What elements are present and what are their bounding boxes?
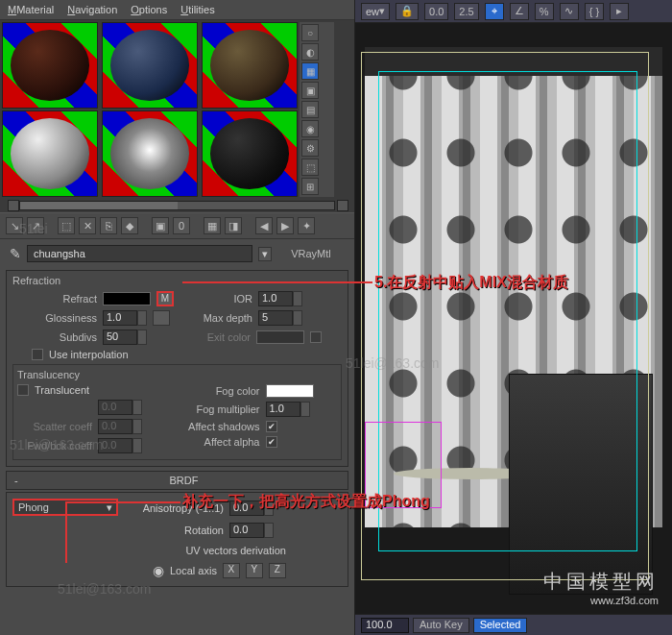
pick-icon[interactable]: ✦ xyxy=(298,217,315,234)
rotation-input[interactable]: 0.0 xyxy=(229,523,264,538)
percent-snap-icon[interactable]: % xyxy=(535,3,554,20)
assign-icon[interactable]: ⬚ xyxy=(58,217,75,234)
swatch-6[interactable] xyxy=(202,110,298,197)
material-editor-panel: MMaterial Navigation Options Utilities ○… xyxy=(0,0,355,635)
collapse-icon[interactable]: - xyxy=(14,475,28,486)
swatch-3[interactable] xyxy=(202,22,298,109)
fwdbck-input: 0.0 xyxy=(98,438,132,453)
maxdepth-input[interactable]: 5 xyxy=(258,310,293,326)
show-end-icon[interactable]: ◨ xyxy=(225,217,242,234)
scroll-left-icon[interactable] xyxy=(8,200,19,211)
selected-button[interactable]: Selected xyxy=(473,618,528,633)
preview-icon[interactable]: ◉ xyxy=(301,120,319,137)
put-to-scene-icon[interactable]: ↗ xyxy=(27,217,44,234)
refract-color[interactable] xyxy=(103,292,151,305)
radio-icon[interactable]: ◉ xyxy=(153,563,164,578)
swatch-vscroll[interactable] xyxy=(321,22,334,197)
viewport-toolbar: ew ▾ 🔒 0.0 2.5 ⌖ ∠ % ∿ { } ▸ xyxy=(355,0,672,23)
swatch-5[interactable] xyxy=(102,110,198,197)
reset-icon[interactable]: ✕ xyxy=(79,217,96,234)
glossiness-label: Glossiness xyxy=(12,312,97,324)
brdf-title: BRDF xyxy=(28,475,340,486)
translucent-check[interactable] xyxy=(17,384,29,396)
material-swatches: ○ ◐ ▦ ▣ ▤ ◉ ⚙ ⬚ ⊞ xyxy=(0,20,354,199)
arrow-right-icon[interactable]: ▸ xyxy=(610,3,629,20)
fwdbck-label: Fwd/bck coeff xyxy=(17,440,92,452)
fogcolor-label: Fog color xyxy=(183,385,260,397)
frame-input[interactable]: 100.0 xyxy=(361,618,409,633)
menu-options[interactable]: Options xyxy=(131,4,167,15)
go-parent-icon[interactable]: ◀ xyxy=(255,217,273,234)
exitcolor-check[interactable] xyxy=(310,331,322,343)
sample-type-icon[interactable]: ○ xyxy=(301,24,319,41)
grid-icon[interactable]: ⊞ xyxy=(301,178,319,195)
menu-material[interactable]: MMaterial xyxy=(8,4,54,15)
affectshadows-check[interactable] xyxy=(266,421,277,432)
fogcolor-swatch[interactable] xyxy=(266,384,314,398)
get-material-icon[interactable]: ↘ xyxy=(6,217,23,234)
localaxis-label: Local axis xyxy=(170,565,217,576)
ior-input[interactable]: 1.0 xyxy=(258,291,293,306)
axis-y-button[interactable]: Y xyxy=(246,563,263,578)
options-icon[interactable]: ⚙ xyxy=(301,139,319,157)
lock-icon[interactable]: 🔒 xyxy=(396,3,419,20)
glossiness-spinner[interactable] xyxy=(137,310,147,326)
snap-toggle-icon[interactable]: ⌖ xyxy=(485,3,504,20)
swatch-4[interactable] xyxy=(2,110,98,197)
swatch-1[interactable] xyxy=(2,22,98,109)
fogmult-spinner[interactable] xyxy=(300,402,310,417)
angle-snap-icon[interactable]: ∠ xyxy=(510,3,529,20)
pick-material-icon[interactable]: ✎ xyxy=(10,246,21,261)
translucent-label: Translucent xyxy=(35,384,89,396)
backlight-icon[interactable]: ◐ xyxy=(301,43,319,61)
exitcolor-swatch xyxy=(256,330,304,344)
rotation-spinner[interactable] xyxy=(264,523,274,538)
go-forward-icon[interactable]: ▶ xyxy=(276,217,294,234)
swatch-hscroll[interactable] xyxy=(0,199,354,212)
curve-icon[interactable]: ∿ xyxy=(560,3,579,20)
subdivs-input[interactable]: 50 xyxy=(103,330,137,345)
video-check-icon[interactable]: ▤ xyxy=(301,101,319,118)
select-by-mat-icon[interactable]: ⬚ xyxy=(301,159,319,176)
maxdepth-spinner[interactable] xyxy=(293,310,302,326)
material-id-icon[interactable]: 0 xyxy=(173,217,190,234)
background-icon[interactable]: ▦ xyxy=(301,62,319,80)
material-name-row: ✎ chuangsha ▾ VRayMtl xyxy=(0,239,354,268)
copy-icon[interactable]: ⎘ xyxy=(100,217,117,234)
autokey-button[interactable]: Auto Key xyxy=(413,618,469,633)
glossiness-input[interactable]: 1.0 xyxy=(103,310,137,326)
fogmult-input[interactable]: 1.0 xyxy=(266,402,300,417)
brackets-icon[interactable]: { } xyxy=(585,3,604,20)
snap-val[interactable]: 2.5 xyxy=(454,3,478,20)
axis-z-button[interactable]: Z xyxy=(269,563,286,578)
brdf-rollout-header[interactable]: - BRDF xyxy=(6,471,348,490)
make-unique-icon[interactable]: ◆ xyxy=(121,217,138,234)
viewport[interactable] xyxy=(355,23,672,614)
annotation-supplement: 补充一下，把高光方式设置成Phong xyxy=(182,492,672,512)
subdivs-spinner[interactable] xyxy=(137,330,147,345)
material-name-field[interactable]: chuangsha xyxy=(27,245,252,262)
menu-navigation[interactable]: Navigation xyxy=(67,4,117,15)
translucency-title: Translucency xyxy=(17,369,337,380)
affectalpha-check[interactable] xyxy=(266,436,277,448)
rotation-label: Rotation xyxy=(128,525,224,536)
axis-x-button[interactable]: X xyxy=(223,563,240,578)
annotation-supp-line-v xyxy=(65,501,67,563)
scroll-right-icon[interactable] xyxy=(337,200,348,211)
glossiness-map-button[interactable] xyxy=(153,310,170,326)
spinner-val[interactable]: 0.0 xyxy=(424,3,448,20)
useinterp-check[interactable] xyxy=(32,349,43,360)
viewport-panel: ew ▾ 🔒 0.0 2.5 ⌖ ∠ % ∿ { } ▸ 100.0 Auto … xyxy=(355,0,672,635)
ior-spinner[interactable] xyxy=(293,291,302,306)
name-dropdown-icon[interactable]: ▾ xyxy=(258,247,272,261)
sample-uv-icon[interactable]: ▣ xyxy=(301,82,319,99)
material-type-button[interactable]: VRayMtl xyxy=(277,248,345,259)
exitcolor-label: Exit color xyxy=(193,331,251,343)
show-map-icon[interactable]: ▦ xyxy=(204,217,221,234)
refract-map-button[interactable]: M xyxy=(156,291,174,306)
put-library-icon[interactable]: ▣ xyxy=(152,217,169,234)
menu-utilities[interactable]: Utilities xyxy=(180,4,214,15)
view-dropdown[interactable]: ew ▾ xyxy=(361,3,390,20)
swatch-2[interactable] xyxy=(102,22,198,109)
fogmult-label: Fog multiplier xyxy=(183,403,260,415)
